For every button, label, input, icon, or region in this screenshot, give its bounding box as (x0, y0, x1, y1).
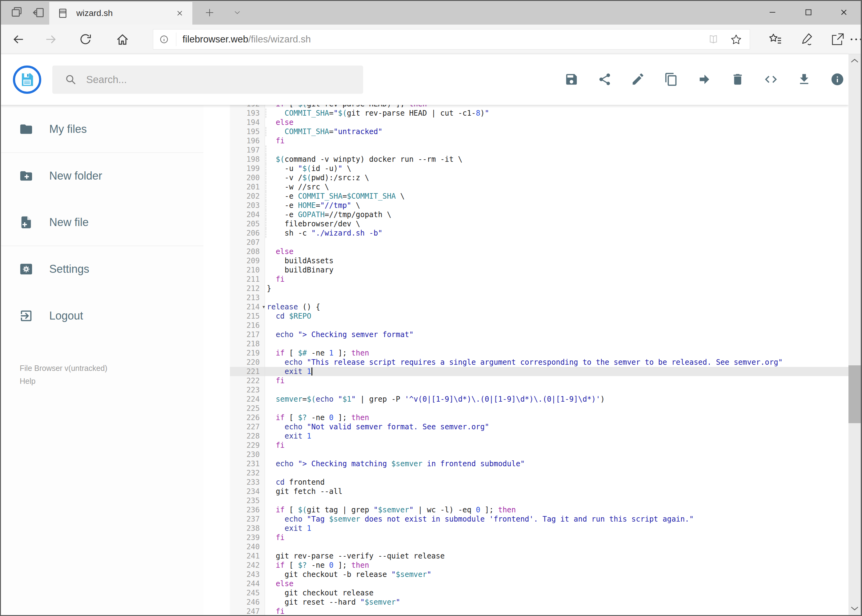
code-line-206[interactable]: sh -c "./wizard.sh -b" (265, 228, 848, 238)
code-line-240[interactable] (265, 542, 848, 552)
code-line-228[interactable]: exit 1 (265, 432, 848, 441)
more-menu-icon[interactable] (849, 32, 862, 47)
info-button[interactable] (830, 72, 845, 86)
code-line-225[interactable] (265, 404, 848, 413)
download-button[interactable] (797, 72, 811, 86)
home-button[interactable] (116, 33, 129, 46)
refresh-button[interactable] (79, 33, 92, 46)
code-line-207[interactable] (265, 238, 848, 247)
share-page-icon[interactable] (830, 32, 845, 47)
code-line-220[interactable]: echo "This release script requires a sin… (265, 358, 848, 367)
code-line-242[interactable]: if [ $? -ne 0 ]; then (265, 561, 848, 570)
address-bar[interactable]: filebrowser.web/files/wizard.sh (153, 29, 750, 50)
scrollbar-thumb[interactable] (848, 365, 861, 423)
sidebar-item-new-folder[interactable]: New folder (0, 162, 203, 190)
code-line-237[interactable]: echo "Tag $semver does not exist in subm… (265, 514, 848, 524)
code-line-229[interactable]: fi (265, 441, 848, 450)
site-info-icon[interactable] (159, 34, 169, 45)
code-editor[interactable]: 1921931941951961971981992002012022032042… (203, 105, 848, 616)
share-button[interactable] (598, 72, 612, 86)
code-line-198[interactable]: $(command -v winpty) docker run --rm -it… (265, 155, 848, 164)
code-line-205[interactable]: filebrowser/dev \ (265, 219, 848, 228)
code-line-246[interactable]: git reset --hard "$semver" (265, 597, 848, 607)
filebrowser-logo[interactable] (13, 66, 41, 94)
tab-preview-icon[interactable] (10, 6, 24, 20)
search-bar[interactable] (52, 66, 363, 94)
code-line-231[interactable]: echo "> Checking matching $semver in fro… (265, 459, 848, 468)
code-line-241[interactable]: git rev-parse --verify --quiet release (265, 552, 848, 561)
code-line-244[interactable]: else (265, 579, 848, 588)
sidebar-item-settings[interactable]: Settings (0, 255, 203, 283)
search-input[interactable] (86, 74, 360, 85)
raw-editor-button[interactable] (764, 72, 778, 86)
code-line-223[interactable] (265, 385, 848, 394)
sidebar-item-my-files[interactable]: My files (0, 115, 203, 143)
code-line-197[interactable] (265, 146, 848, 155)
code-line-193[interactable]: COMMIT_SHA="$(git rev-parse HEAD | cut -… (265, 108, 848, 118)
code-line-202[interactable]: -e COMMIT_SHA=$COMMIT_SHA \ (265, 192, 848, 201)
new-tab-button[interactable] (204, 7, 220, 19)
code-line-227[interactable]: echo "Not valid semver format. See semve… (265, 422, 848, 432)
code-line-239[interactable]: fi (265, 533, 848, 542)
code-line-243[interactable]: git checkout -b release "$semver" (265, 570, 848, 579)
web-note-icon[interactable] (799, 32, 814, 47)
code-line-192[interactable]: if [ $(git rev-parse HEAD) ]; then (265, 105, 848, 108)
code-line-204[interactable]: -e GOPATH=//tmp/gopath \ (265, 210, 848, 219)
maximize-button[interactable] (794, 4, 823, 20)
code-line-199[interactable]: -u "$(id -u)" \ (265, 164, 848, 173)
code-line-219[interactable]: if [ $# -ne 1 ]; then (265, 349, 848, 358)
code-line-226[interactable]: if [ $? -ne 0 ]; then (265, 413, 848, 422)
back-button[interactable] (12, 33, 25, 46)
rename-button[interactable] (631, 72, 645, 86)
code-line-211[interactable]: fi (265, 275, 848, 284)
browser-tab[interactable]: wizard.sh (49, 2, 192, 25)
tab-list-button[interactable] (232, 9, 245, 18)
set-tabs-aside-icon[interactable] (32, 6, 46, 20)
code-line-196[interactable]: fi (265, 136, 848, 146)
code-line-218[interactable] (265, 339, 848, 349)
code-line-216[interactable] (265, 321, 848, 330)
code-line-201[interactable]: -w //src \ (265, 182, 848, 192)
code-line-208[interactable]: else (265, 247, 848, 256)
code-line-200[interactable]: -v /$(pwd):/src:z \ (265, 173, 848, 182)
code-line-210[interactable]: buildBinary (265, 266, 848, 275)
code-line-221[interactable]: exit 1 (265, 367, 848, 376)
code-line-209[interactable]: buildAssets (265, 256, 848, 266)
scroll-down-icon[interactable] (848, 602, 861, 614)
code-line-233[interactable]: cd frontend (265, 478, 848, 487)
code-line-194[interactable]: else (265, 118, 848, 127)
sidebar-item-logout[interactable]: Logout (0, 302, 203, 330)
forward-button[interactable] (44, 33, 58, 46)
code-line-222[interactable]: fi (265, 376, 848, 385)
code-line-235[interactable] (265, 496, 848, 505)
url-text[interactable]: filebrowser.web/files/wizard.sh (183, 34, 311, 45)
code-line-214[interactable]: release () { (265, 302, 848, 311)
code-line-245[interactable]: git checkout release (265, 588, 848, 597)
window-close-button[interactable] (829, 4, 858, 20)
code-line-232[interactable] (265, 468, 848, 478)
code-area[interactable]: if [ $(git rev-parse HEAD) ]; then COMMI… (265, 105, 848, 616)
move-button[interactable] (697, 72, 712, 86)
code-line-212[interactable]: } (265, 284, 848, 293)
code-line-238[interactable]: exit 1 (265, 524, 848, 533)
tab-close-icon[interactable] (175, 9, 184, 18)
add-favorite-icon[interactable] (730, 33, 742, 46)
code-line-247[interactable]: fi (265, 607, 848, 616)
copy-button[interactable] (664, 72, 678, 86)
code-line-195[interactable]: COMMIT_SHA="untracked" (265, 127, 848, 136)
code-line-234[interactable]: git fetch --all (265, 487, 848, 496)
code-line-213[interactable] (265, 293, 848, 302)
save-button[interactable] (564, 72, 578, 86)
minimize-button[interactable] (758, 4, 787, 20)
code-line-230[interactable] (265, 450, 848, 459)
code-line-215[interactable]: cd $REPO (265, 311, 848, 321)
favorites-hub-icon[interactable] (768, 32, 783, 47)
code-line-224[interactable]: semver=$(echo "$1" | grep -P '^v(0|[1-9]… (265, 394, 848, 404)
scroll-up-icon[interactable] (848, 55, 861, 67)
sidebar-item-new-file[interactable]: New file (0, 209, 203, 236)
delete-button[interactable] (731, 72, 745, 86)
code-line-217[interactable]: echo "> Checking semver format" (265, 330, 848, 339)
code-line-236[interactable]: if [ $(git tag | grep "$semver" | wc -l)… (265, 505, 848, 514)
code-line-203[interactable]: -e HOME="//tmp" \ (265, 201, 848, 210)
page-scrollbar[interactable] (848, 54, 861, 615)
